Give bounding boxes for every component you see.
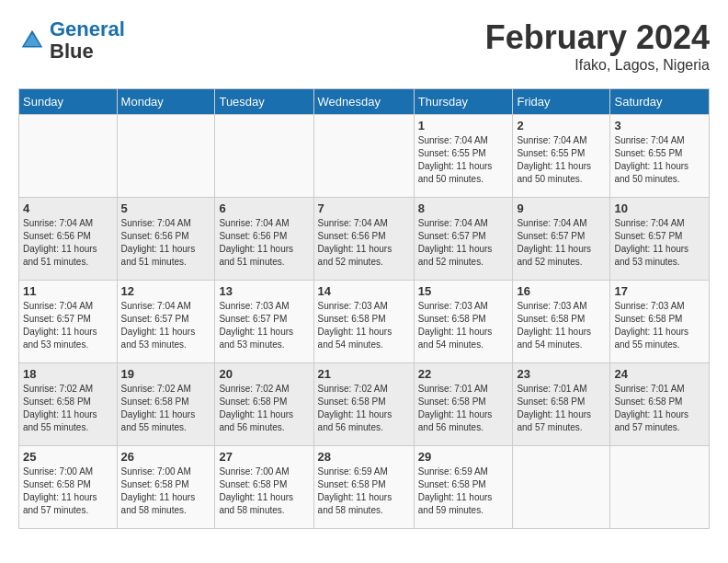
day-number: 14 <box>318 284 410 298</box>
calendar-cell: 20Sunrise: 7:02 AMSunset: 6:58 PMDayligh… <box>215 363 313 446</box>
day-number: 8 <box>418 201 509 215</box>
weekday-header-thursday: Thursday <box>414 89 513 115</box>
logo-icon <box>18 27 46 54</box>
day-number: 9 <box>517 201 606 215</box>
calendar-cell <box>610 446 710 529</box>
day-number: 23 <box>517 367 606 381</box>
calendar-cell <box>215 115 313 198</box>
day-number: 22 <box>418 367 509 381</box>
day-info: Sunrise: 7:01 AMSunset: 6:58 PMDaylight:… <box>517 383 606 434</box>
week-row-2: 4Sunrise: 7:04 AMSunset: 6:56 PMDaylight… <box>19 198 710 281</box>
day-info: Sunrise: 7:04 AMSunset: 6:57 PMDaylight:… <box>121 300 211 351</box>
day-info: Sunrise: 7:01 AMSunset: 6:58 PMDaylight:… <box>418 383 509 434</box>
weekday-header-row: SundayMondayTuesdayWednesdayThursdayFrid… <box>19 89 710 115</box>
day-number: 17 <box>614 284 705 298</box>
day-number: 27 <box>219 450 309 464</box>
day-number: 21 <box>318 367 410 381</box>
day-number: 12 <box>121 284 211 298</box>
page-header: GeneralBlue February 2024 Ifako, Lagos, … <box>18 18 710 74</box>
day-info: Sunrise: 6:59 AMSunset: 6:58 PMDaylight:… <box>318 465 410 517</box>
day-number: 15 <box>418 284 509 298</box>
logo-text: GeneralBlue <box>50 18 125 63</box>
calendar-cell: 8Sunrise: 7:04 AMSunset: 6:57 PMDaylight… <box>414 198 513 281</box>
day-info: Sunrise: 7:04 AMSunset: 6:55 PMDaylight:… <box>614 134 705 186</box>
calendar-cell: 6Sunrise: 7:04 AMSunset: 6:56 PMDaylight… <box>215 198 313 281</box>
day-info: Sunrise: 7:03 AMSunset: 6:58 PMDaylight:… <box>318 300 410 351</box>
weekday-header-friday: Friday <box>513 89 610 115</box>
day-number: 6 <box>219 201 309 215</box>
calendar-cell: 13Sunrise: 7:03 AMSunset: 6:57 PMDayligh… <box>215 281 313 363</box>
day-info: Sunrise: 7:02 AMSunset: 6:58 PMDaylight:… <box>219 383 309 434</box>
day-number: 29 <box>418 450 509 464</box>
calendar-cell: 10Sunrise: 7:04 AMSunset: 6:57 PMDayligh… <box>610 198 710 281</box>
day-info: Sunrise: 7:04 AMSunset: 6:56 PMDaylight:… <box>23 217 113 269</box>
calendar-cell: 5Sunrise: 7:04 AMSunset: 6:56 PMDaylight… <box>117 198 215 281</box>
day-info: Sunrise: 7:04 AMSunset: 6:55 PMDaylight:… <box>418 134 509 186</box>
day-info: Sunrise: 7:03 AMSunset: 6:57 PMDaylight:… <box>219 300 309 351</box>
calendar-cell: 4Sunrise: 7:04 AMSunset: 6:56 PMDaylight… <box>19 198 118 281</box>
day-number: 1 <box>418 119 509 132</box>
week-row-5: 25Sunrise: 7:00 AMSunset: 6:58 PMDayligh… <box>19 446 710 529</box>
day-number: 2 <box>517 119 606 132</box>
day-info: Sunrise: 7:03 AMSunset: 6:58 PMDaylight:… <box>614 300 705 351</box>
calendar-cell: 27Sunrise: 7:00 AMSunset: 6:58 PMDayligh… <box>215 446 313 529</box>
day-info: Sunrise: 7:04 AMSunset: 6:56 PMDaylight:… <box>219 217 309 269</box>
day-info: Sunrise: 7:03 AMSunset: 6:58 PMDaylight:… <box>517 300 606 351</box>
day-info: Sunrise: 7:04 AMSunset: 6:57 PMDaylight:… <box>614 217 705 269</box>
month-title: February 2024 <box>485 18 710 57</box>
day-info: Sunrise: 7:00 AMSunset: 6:58 PMDaylight:… <box>121 465 211 517</box>
calendar-cell: 23Sunrise: 7:01 AMSunset: 6:58 PMDayligh… <box>513 363 610 446</box>
weekday-header-saturday: Saturday <box>610 89 710 115</box>
day-info: Sunrise: 7:02 AMSunset: 6:58 PMDaylight:… <box>121 383 211 434</box>
day-info: Sunrise: 7:02 AMSunset: 6:58 PMDaylight:… <box>23 383 113 434</box>
calendar-cell: 11Sunrise: 7:04 AMSunset: 6:57 PMDayligh… <box>19 281 118 363</box>
calendar-cell: 24Sunrise: 7:01 AMSunset: 6:58 PMDayligh… <box>610 363 710 446</box>
day-info: Sunrise: 7:04 AMSunset: 6:57 PMDaylight:… <box>23 300 113 351</box>
week-row-1: 1Sunrise: 7:04 AMSunset: 6:55 PMDaylight… <box>19 115 710 198</box>
day-info: Sunrise: 7:03 AMSunset: 6:58 PMDaylight:… <box>418 300 509 351</box>
calendar-cell: 14Sunrise: 7:03 AMSunset: 6:58 PMDayligh… <box>313 281 414 363</box>
week-row-3: 11Sunrise: 7:04 AMSunset: 6:57 PMDayligh… <box>19 281 710 363</box>
day-info: Sunrise: 7:04 AMSunset: 6:56 PMDaylight:… <box>121 217 211 269</box>
calendar-cell: 17Sunrise: 7:03 AMSunset: 6:58 PMDayligh… <box>610 281 710 363</box>
day-info: Sunrise: 7:04 AMSunset: 6:56 PMDaylight:… <box>318 217 410 269</box>
day-info: Sunrise: 7:01 AMSunset: 6:58 PMDaylight:… <box>614 383 705 434</box>
calendar-cell <box>117 115 215 198</box>
calendar-cell: 22Sunrise: 7:01 AMSunset: 6:58 PMDayligh… <box>414 363 513 446</box>
title-block: February 2024 Ifako, Lagos, Nigeria <box>485 18 710 74</box>
weekday-header-monday: Monday <box>117 89 215 115</box>
day-number: 10 <box>614 201 705 215</box>
day-number: 4 <box>23 201 113 215</box>
logo: GeneralBlue <box>18 18 125 63</box>
calendar-cell: 18Sunrise: 7:02 AMSunset: 6:58 PMDayligh… <box>19 363 118 446</box>
calendar-cell: 7Sunrise: 7:04 AMSunset: 6:56 PMDaylight… <box>313 198 414 281</box>
day-number: 16 <box>517 284 606 298</box>
calendar-cell: 3Sunrise: 7:04 AMSunset: 6:55 PMDaylight… <box>610 115 710 198</box>
weekday-header-wednesday: Wednesday <box>313 89 414 115</box>
day-number: 19 <box>121 367 211 381</box>
location: Ifako, Lagos, Nigeria <box>485 57 710 74</box>
day-info: Sunrise: 7:00 AMSunset: 6:58 PMDaylight:… <box>23 465 113 517</box>
day-number: 5 <box>121 201 211 215</box>
calendar-table: SundayMondayTuesdayWednesdayThursdayFrid… <box>18 88 710 529</box>
calendar-cell: 21Sunrise: 7:02 AMSunset: 6:58 PMDayligh… <box>313 363 414 446</box>
day-info: Sunrise: 7:04 AMSunset: 6:55 PMDaylight:… <box>517 134 606 186</box>
calendar-cell: 1Sunrise: 7:04 AMSunset: 6:55 PMDaylight… <box>414 115 513 198</box>
calendar-cell: 28Sunrise: 6:59 AMSunset: 6:58 PMDayligh… <box>313 446 414 529</box>
calendar-cell: 9Sunrise: 7:04 AMSunset: 6:57 PMDaylight… <box>513 198 610 281</box>
day-number: 7 <box>318 201 410 215</box>
day-number: 20 <box>219 367 309 381</box>
day-info: Sunrise: 6:59 AMSunset: 6:58 PMDaylight:… <box>418 465 509 517</box>
calendar-cell: 12Sunrise: 7:04 AMSunset: 6:57 PMDayligh… <box>117 281 215 363</box>
calendar-cell: 19Sunrise: 7:02 AMSunset: 6:58 PMDayligh… <box>117 363 215 446</box>
day-number: 26 <box>121 450 211 464</box>
weekday-header-sunday: Sunday <box>19 89 118 115</box>
day-info: Sunrise: 7:04 AMSunset: 6:57 PMDaylight:… <box>418 217 509 269</box>
day-info: Sunrise: 7:04 AMSunset: 6:57 PMDaylight:… <box>517 217 606 269</box>
calendar-cell <box>513 446 610 529</box>
calendar-cell: 16Sunrise: 7:03 AMSunset: 6:58 PMDayligh… <box>513 281 610 363</box>
day-info: Sunrise: 7:02 AMSunset: 6:58 PMDaylight:… <box>318 383 410 434</box>
day-number: 13 <box>219 284 309 298</box>
calendar-cell: 26Sunrise: 7:00 AMSunset: 6:58 PMDayligh… <box>117 446 215 529</box>
day-number: 18 <box>23 367 113 381</box>
